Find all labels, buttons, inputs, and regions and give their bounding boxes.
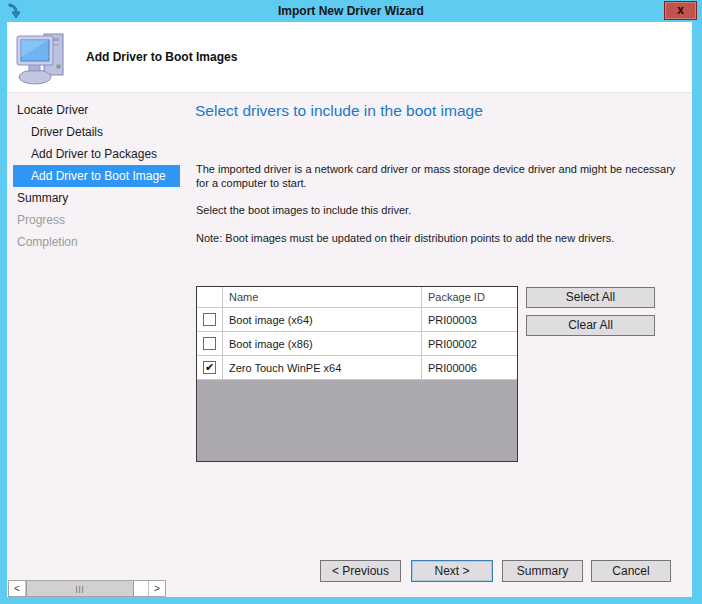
- wizard-steps-nav: Locate Driver Driver Details Add Driver …: [7, 99, 187, 253]
- scrollbar-thumb[interactable]: |||: [26, 581, 134, 596]
- instruction-text: The imported driver is a network card dr…: [196, 163, 685, 259]
- scroll-right-icon[interactable]: >: [148, 581, 165, 596]
- clear-all-button[interactable]: Clear All: [526, 315, 655, 336]
- header-package-id[interactable]: Package ID: [422, 287, 517, 307]
- row-name: Boot image (x86): [223, 332, 422, 355]
- table-row[interactable]: Boot image (x64) PRI00003: [197, 308, 517, 332]
- client-area: Add Driver to Boot Images Locate Driver …: [7, 22, 692, 597]
- title-bar: Import New Driver Wizard x: [0, 0, 702, 22]
- wizard-header: Add Driver to Boot Images: [7, 22, 692, 93]
- row-package-id: PRI00002: [422, 332, 517, 355]
- paragraph-note: Note: Boot images must be updated on the…: [196, 232, 685, 246]
- scrollbar-track[interactable]: [134, 581, 148, 596]
- next-button[interactable]: Next >: [411, 560, 493, 582]
- row-checkbox[interactable]: [203, 337, 216, 350]
- row-name: Zero Touch WinPE x64: [223, 356, 422, 379]
- step-locate-driver[interactable]: Locate Driver: [7, 99, 187, 121]
- header-name[interactable]: Name: [223, 287, 422, 307]
- step-summary[interactable]: Summary: [7, 187, 187, 209]
- summary-button[interactable]: Summary: [502, 560, 583, 582]
- step-add-driver-to-boot-image[interactable]: Add Driver to Boot Image: [13, 165, 180, 187]
- table-row[interactable]: Zero Touch WinPE x64 PRI00006: [197, 356, 517, 380]
- previous-button[interactable]: < Previous: [320, 560, 401, 582]
- row-checkbox[interactable]: [203, 313, 216, 326]
- page-heading: Select drivers to include in the boot im…: [195, 102, 483, 120]
- steps-horizontal-scrollbar[interactable]: < ||| >: [8, 580, 166, 597]
- main-pane: Select drivers to include in the boot im…: [187, 93, 692, 597]
- row-checkbox[interactable]: [203, 361, 216, 374]
- window-title: Import New Driver Wizard: [0, 0, 702, 22]
- cancel-button[interactable]: Cancel: [591, 560, 671, 582]
- scroll-left-icon[interactable]: <: [9, 581, 26, 596]
- paragraph-driver-info: The imported driver is a network card dr…: [196, 163, 685, 190]
- row-package-id: PRI00006: [422, 356, 517, 379]
- step-add-driver-to-packages[interactable]: Add Driver to Packages: [7, 143, 187, 165]
- step-driver-details[interactable]: Driver Details: [7, 121, 187, 143]
- header-checkbox-column: [197, 287, 223, 307]
- table-row[interactable]: Boot image (x86) PRI00002: [197, 332, 517, 356]
- table-header-row: Name Package ID: [197, 287, 517, 308]
- paragraph-select-instruction: Select the boot images to include this d…: [196, 204, 685, 218]
- wizard-window: Import New Driver Wizard x Add Driver to…: [0, 0, 702, 604]
- row-package-id: PRI00003: [422, 308, 517, 331]
- boot-images-table: Name Package ID Boot image (x64) PRI0000…: [196, 286, 518, 462]
- row-name: Boot image (x64): [223, 308, 422, 331]
- close-button[interactable]: x: [664, 1, 697, 20]
- step-progress: Progress: [7, 209, 187, 231]
- select-all-button[interactable]: Select All: [526, 287, 655, 308]
- step-completion: Completion: [7, 231, 187, 253]
- wizard-page-title: Add Driver to Boot Images: [86, 22, 237, 93]
- computer-icon: [13, 27, 71, 87]
